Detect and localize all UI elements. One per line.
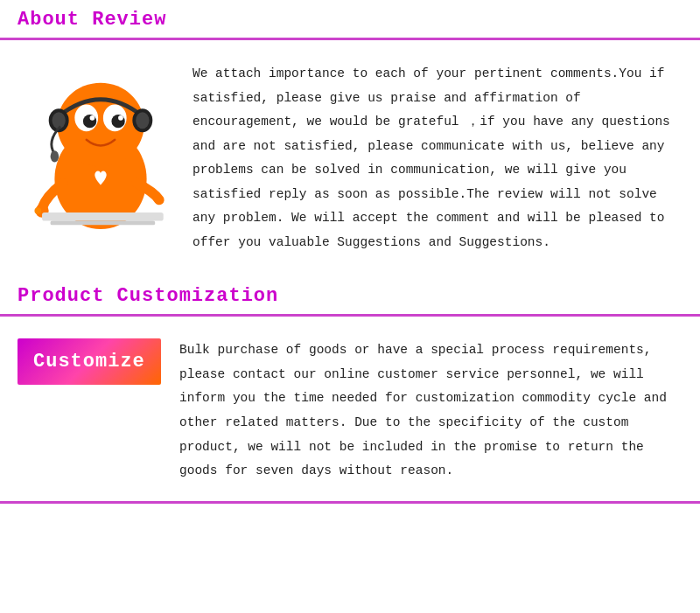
bottom-divider xyxy=(0,501,700,504)
svg-point-1 xyxy=(57,83,144,167)
customize-label-area: Customize xyxy=(18,334,179,385)
svg-rect-15 xyxy=(51,221,156,226)
svg-point-12 xyxy=(51,150,60,162)
svg-rect-14 xyxy=(42,212,164,221)
mascot-area xyxy=(18,58,192,250)
product-customization-header: Product Customization xyxy=(0,276,700,317)
product-customization-content: Customize Bulk purchase of goods or have… xyxy=(0,317,700,500)
svg-point-11 xyxy=(136,112,149,129)
customize-badge: Customize xyxy=(18,338,161,385)
svg-point-16 xyxy=(34,207,41,214)
about-review-title: About Review xyxy=(18,9,166,31)
svg-point-6 xyxy=(90,115,95,121)
page-wrapper: About Review xyxy=(0,0,700,504)
product-customization-title: Product Customization xyxy=(18,285,278,307)
svg-point-5 xyxy=(111,115,124,128)
product-customization-text: Bulk purchase of goods or have a special… xyxy=(179,334,682,483)
about-review-header: About Review xyxy=(0,0,700,40)
svg-point-7 xyxy=(118,115,123,121)
about-review-text: We attach importance to each of your per… xyxy=(192,58,682,254)
svg-point-4 xyxy=(83,115,96,128)
mascot-icon xyxy=(26,58,175,250)
about-review-content: We attach importance to each of your per… xyxy=(0,40,700,272)
